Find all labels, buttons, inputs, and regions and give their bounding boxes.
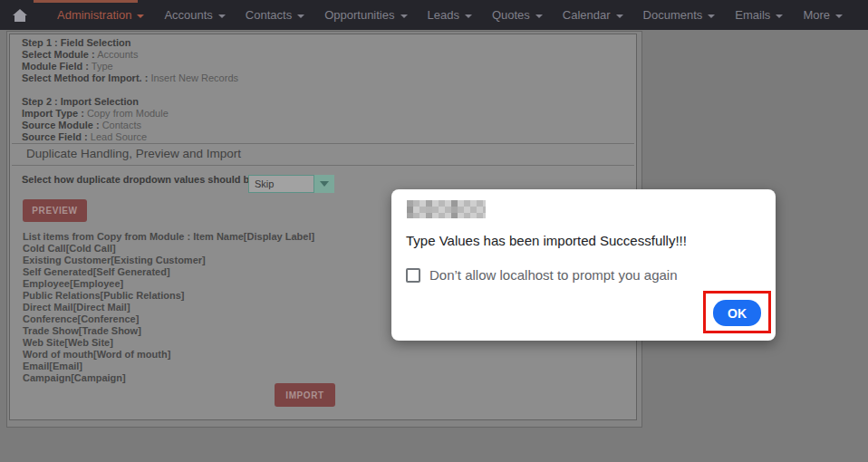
home-icon[interactable]	[13, 9, 27, 22]
caret-down-icon	[218, 14, 226, 18]
dont-prompt-label: Don’t allow localhost to prompt you agai…	[429, 267, 678, 283]
list-item: Existing Customer[Existing Customer]	[23, 255, 314, 266]
browser-alert-dialog: Type Values has been imported Successful…	[391, 189, 776, 341]
step1-row: Select Module : Accounts	[22, 49, 238, 61]
nav-item-documents[interactable]: Documents	[633, 0, 726, 30]
dropdown-arrow-button[interactable]	[314, 175, 334, 193]
nav-item-quotes[interactable]: Quotes	[482, 0, 553, 30]
preview-button[interactable]: PREVIEW	[23, 199, 87, 222]
nav-item-administration[interactable]: Administration	[47, 0, 154, 30]
ok-button-highlight-annotation: OK	[703, 291, 771, 333]
duplicate-handling-dropdown[interactable]: Skip	[248, 175, 334, 193]
ok-button[interactable]: OK	[713, 300, 761, 326]
nav-item-opportunities[interactable]: Opportunities	[314, 0, 417, 30]
divider	[12, 165, 634, 166]
caret-down-icon	[137, 14, 144, 18]
caret-down-icon	[465, 14, 472, 18]
active-tab-accent-bar	[34, 0, 138, 3]
dialog-message: Type Values has been imported Successful…	[406, 233, 687, 248]
step2-title: Step 2 : Import Selection	[22, 96, 169, 108]
copy-from-module-list: List items from Copy from Module : Item …	[23, 231, 314, 384]
nav-item-label: Opportunities	[324, 8, 394, 22]
nav-item-label: Contacts	[246, 8, 292, 22]
list-item: Employee[Employee]	[23, 278, 314, 290]
dont-prompt-checkbox[interactable]	[406, 268, 420, 283]
step2-row: Source Module : Contacts	[22, 120, 169, 131]
step2-row: Source Field : Lead Source	[22, 131, 169, 143]
dont-prompt-row: Don’t allow localhost to prompt you agai…	[406, 267, 678, 283]
top-navbar: Administration Accounts Contacts Opportu…	[0, 0, 868, 30]
dropdown-selected-value[interactable]: Skip	[248, 175, 314, 193]
step2-row: Import Type : Copy from Module	[22, 108, 169, 120]
home-icon-base	[14, 15, 25, 22]
nav-item-contacts[interactable]: Contacts	[236, 0, 314, 30]
list-item: Campaign[Campaign]	[23, 372, 314, 384]
nav-item-label: Emails	[735, 8, 770, 22]
caret-down-icon	[400, 14, 408, 18]
caret-down-icon	[320, 181, 329, 187]
nav-item-label: Documents	[643, 8, 703, 22]
nav-item-label: Calendar	[563, 8, 611, 22]
step1-title: Step 1 : Field Selection	[22, 37, 238, 49]
section-title: Duplicate Handling, Preview and Import	[26, 147, 241, 160]
step2-summary: Step 2 : Import Selection Import Type : …	[22, 96, 169, 143]
nav-item-label: Quotes	[492, 8, 530, 22]
nav-item-label: Leads	[428, 8, 459, 22]
home-icon-roof	[13, 9, 27, 15]
list-item: Direct Mail[Direct Mail]	[23, 302, 314, 313]
nav-item-accounts[interactable]: Accounts	[154, 0, 235, 30]
step1-summary: Step 1 : Field Selection Select Module :…	[22, 37, 238, 84]
nav-item-more[interactable]: More	[793, 0, 853, 30]
nav-item-leads[interactable]: Leads	[418, 0, 482, 30]
nav-item-label: Administration	[57, 8, 131, 22]
list-item: Public Relations[Public Relations]	[23, 290, 314, 302]
divider	[12, 143, 634, 144]
list-item: Word of mouth[Word of mouth]	[23, 349, 314, 361]
list-item: Email[Email]	[23, 361, 314, 372]
caret-down-icon	[616, 14, 623, 18]
step1-row: Module Field : Type	[22, 61, 238, 72]
redacted-dialog-title	[407, 200, 486, 218]
list-item: Web Site[Web Site]	[23, 337, 314, 349]
caret-down-icon	[297, 14, 304, 18]
nav-item-calendar[interactable]: Calendar	[553, 0, 633, 30]
nav-item-label: Accounts	[164, 8, 212, 22]
caret-down-icon	[708, 14, 715, 18]
list-item: Self Generated[Self Generated]	[23, 266, 314, 278]
caret-down-icon	[535, 14, 543, 18]
list-header: List items from Copy from Module : Item …	[23, 231, 314, 243]
import-button[interactable]: IMPORT	[275, 383, 335, 407]
caret-down-icon	[776, 14, 783, 18]
nav-item-emails[interactable]: Emails	[725, 0, 793, 30]
list-item: Trade Show[Trade Show]	[23, 325, 314, 337]
step1-row: Select Method for Import. : Insert New R…	[22, 72, 238, 84]
nav-item-label: More	[803, 8, 830, 22]
list-item: Cold Call[Cold Call]	[23, 243, 314, 255]
caret-down-icon	[835, 14, 843, 18]
list-item: Conference[Conference]	[23, 313, 314, 325]
